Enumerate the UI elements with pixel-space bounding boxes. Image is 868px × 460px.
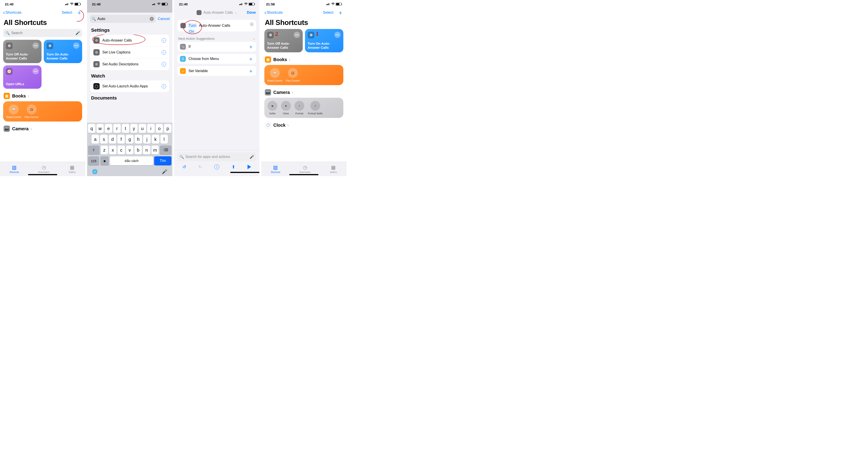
key-f[interactable]: f [117,135,125,144]
dictate-icon[interactable]: 🎤 [250,155,254,159]
shortcut-tile-turn-on[interactable]: ⚙︎••• Turn On Auto-Answer Calls [44,40,82,63]
tab-shortcuts[interactable]: ▧Shortcuts [271,165,280,173]
shortcut-tile-open-urls[interactable]: 🧭••• Open URLs [3,65,41,89]
editor-search-field[interactable]: 🔍 Search for apps and actions 🎤 [177,152,256,161]
select-button[interactable]: Select [323,10,334,15]
key-d[interactable]: d [109,135,116,144]
section-books[interactable]: ▤ Books › [0,89,85,101]
remove-action-icon[interactable]: ✕ [250,22,254,27]
action-search-input[interactable] [97,17,148,21]
back-button[interactable]: ‹ Shortcuts [265,10,283,15]
key-t[interactable]: t [122,124,129,133]
info-icon[interactable]: i [162,84,166,88]
key-l[interactable]: l [160,135,168,144]
action-search-field[interactable]: 🔍 ✕ [90,15,156,23]
section-camera[interactable]: 📷 Camera › [0,121,85,134]
books-card[interactable]: 📖Read Current 🎧Play Current [265,65,343,85]
books-play-current[interactable]: 🎧Play Current [286,68,300,82]
info-icon[interactable]: i [162,50,166,55]
section-books[interactable]: ▤ Books › [261,52,346,65]
key-g[interactable]: g [126,135,133,144]
key-s[interactable]: s [100,135,107,144]
key-m[interactable]: m [152,146,159,154]
books-read-current[interactable]: 📖Read Current [6,105,21,118]
action-set-live-captions[interactable]: ⚙︎ Set Live Captions i [90,47,169,58]
key-j[interactable]: j [143,135,151,144]
key-p[interactable]: p [164,124,172,133]
section-camera[interactable]: 📷 Camera › [261,85,346,98]
key-y[interactable]: y [130,124,138,133]
key-u[interactable]: u [139,124,146,133]
keyboard[interactable]: qwertyuiop asdfghjkl ⇧ zxcvbnm ⌫ 123 ☻ d… [87,123,172,176]
key-q[interactable]: q [88,124,95,133]
shortcut-tile-turn-off[interactable]: ⚙︎••• 2 Turn Off Auto-Answer Calls [265,29,303,52]
tile-menu-icon[interactable]: ••• [73,42,80,49]
backspace-key[interactable]: ⌫ [160,146,172,154]
tab-automation[interactable]: ◷Automation [38,165,50,173]
camera-portrait-selfie[interactable]: fPortrait Selfie [308,101,323,115]
key-x[interactable]: x [109,146,117,154]
key-i[interactable]: i [147,124,155,133]
home-indicator[interactable] [289,174,318,175]
key-e[interactable]: e [105,124,112,133]
books-card[interactable]: 📖Read Current 🎧Play Current [3,101,82,121]
shortcut-tile-turn-on[interactable]: ⚙︎••• 1 Turn On Auto-Answer Calls [305,29,343,52]
clear-icon[interactable]: ✕ [150,17,154,21]
info-icon[interactable]: i [162,38,166,43]
numbers-key[interactable]: 123 [88,156,99,165]
return-key[interactable]: Tìm [154,156,172,165]
editor-title[interactable]: Auto-Answer Calls [203,10,233,15]
back-button[interactable]: ‹ Shortcuts [3,10,22,15]
tile-menu-icon[interactable]: ••• [294,32,300,38]
chevron-down-icon[interactable]: ⌄ [235,11,237,14]
space-key[interactable]: dấu cách [110,156,153,165]
dictate-icon[interactable]: 🎤 [75,31,80,35]
action-set-autolaunch-audio[interactable]: ◯ Set Auto-Launch Audio Apps i [90,80,169,92]
key-k[interactable]: k [152,135,159,144]
undo-button[interactable]: ↺ [182,164,186,170]
key-n[interactable]: n [143,146,150,154]
key-w[interactable]: w [96,124,104,133]
action-block[interactable]: Turn Auto-Answer Calls On ✕ [177,20,256,31]
key-o[interactable]: o [156,124,163,133]
key-r[interactable]: r [113,124,121,133]
tab-shortcuts[interactable]: ▧Shortcuts [10,165,19,173]
tile-menu-icon[interactable]: ••• [33,42,39,49]
books-play-current[interactable]: 🎧Play Current [25,105,38,118]
shift-key[interactable]: ⇧ [88,146,100,154]
token-on[interactable]: On [188,29,195,34]
done-button[interactable]: Done [247,10,256,15]
camera-video[interactable]: ■Video [281,101,291,115]
tile-menu-icon[interactable]: ••• [334,32,341,38]
token-turn[interactable]: Turn [188,23,197,28]
camera-portrait[interactable]: fPortrait [294,101,304,115]
share-button[interactable]: ⬆︎ [231,164,236,170]
home-indicator[interactable] [28,174,57,175]
action-auto-answer-calls[interactable]: ⚙︎ Auto-Answer Calls i [90,35,169,47]
key-z[interactable]: z [101,146,108,154]
key-a[interactable]: a [92,135,99,144]
info-button[interactable]: i [214,165,219,169]
search-field[interactable]: 🔍 🎤 [3,29,82,37]
shortcut-tile-turn-off[interactable]: ⚙︎••• Turn Off Auto-Answer Calls [3,40,41,63]
camera-selfie[interactable]: ◉Selfie [268,101,277,115]
key-h[interactable]: h [135,135,142,144]
books-read-current[interactable]: 📖Read Current [268,68,282,82]
emoji-key[interactable]: ☻ [100,156,109,165]
suggestion-if[interactable]: ⌥ If ＋ [177,42,256,52]
section-clock[interactable]: 🕐 Clock › [261,118,346,131]
globe-key[interactable]: 🌐 [92,169,98,174]
run-button[interactable] [248,165,251,169]
tab-gallery[interactable]: ▦Gallery [330,165,337,173]
dictate-key[interactable]: 🎤 [162,169,167,174]
key-v[interactable]: v [126,146,133,154]
key-c[interactable]: c [118,146,125,154]
tab-automation[interactable]: ◷Automation [299,165,311,173]
camera-card[interactable]: ◉Selfie ■Video fPortrait fPortrait Selfi… [265,98,343,118]
tab-gallery[interactable]: ▦Gallery [69,165,76,173]
info-icon[interactable]: i [162,62,166,66]
suggestion-set-variable[interactable]: 𝑥 Set Variable ＋ [177,66,256,76]
chevron-down-icon[interactable]: ⌄ [252,36,255,40]
action-set-audio-descriptions[interactable]: ⚙︎ Set Audio Descriptions i [90,58,169,70]
suggestion-choose-menu[interactable]: ☰ Choose from Menu ＋ [177,54,256,64]
